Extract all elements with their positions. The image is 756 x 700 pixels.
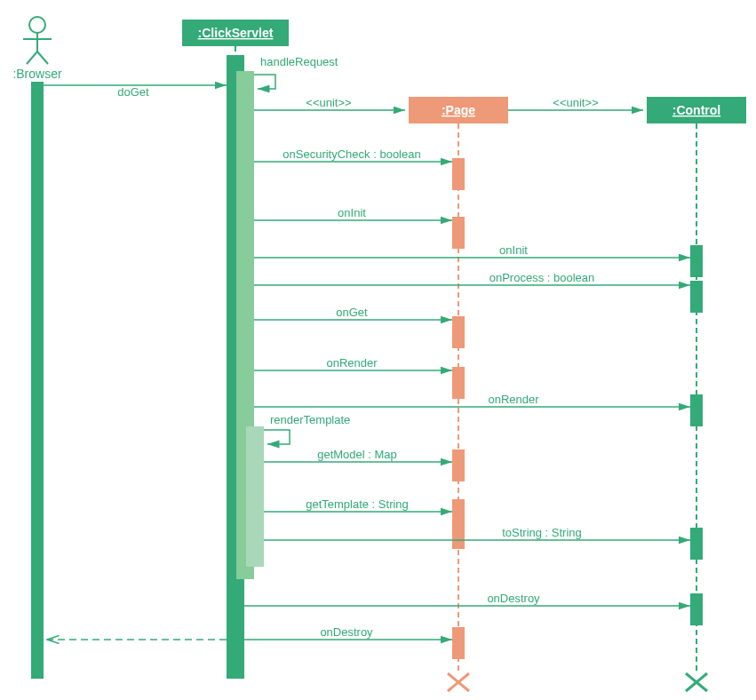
label-securitycheck: onSecurityCheck : boolean <box>283 147 420 161</box>
label-handlerequest: handleRequest <box>260 55 338 68</box>
svg-line-4 <box>37 52 48 64</box>
label-oninit-control: onInit <box>499 243 528 257</box>
page-activation-gettemplate <box>452 499 465 549</box>
page-activation-security <box>452 158 465 190</box>
control-activation-render <box>690 394 703 426</box>
page-activation-destroy <box>452 627 465 659</box>
page-activation-getmodel <box>452 449 465 481</box>
label-onrender-control: onRender <box>488 393 539 406</box>
arrow-rendertemplate <box>264 430 290 444</box>
page-label: :Page <box>442 103 475 117</box>
control-destruction-icon <box>686 673 707 691</box>
page-activation-get <box>452 316 465 348</box>
svg-line-3 <box>27 52 37 64</box>
page-header: :Page <box>409 97 508 123</box>
browser-activation <box>31 82 44 679</box>
label-onget: onGet <box>336 306 368 319</box>
sequence-diagram: :Browser :ClickServlet :Page :Control do… <box>0 0 756 700</box>
label-gettemplate: getTemplate : String <box>306 497 409 511</box>
control-activation-tostring <box>690 528 703 560</box>
page-destruction-icon <box>448 673 469 691</box>
label-oninit-page: onInit <box>338 206 366 219</box>
page-activation-render <box>452 367 465 399</box>
label-doget: doGet <box>117 85 149 99</box>
arrow-handlerequest <box>254 75 275 89</box>
browser-actor: :Browser <box>12 17 62 81</box>
clickservlet-label: :ClickServlet <box>198 26 274 40</box>
label-ondestroy-control: onDestroy <box>487 592 540 605</box>
label-ondestroy-page: onDestroy <box>320 625 373 639</box>
control-activation-process <box>690 281 703 313</box>
control-header: :Control <box>647 97 746 123</box>
label-unit1: <<unit>> <box>306 96 351 109</box>
control-activation-init <box>690 245 703 277</box>
label-unit2: <<unit>> <box>553 96 598 109</box>
label-getmodel: getModel : Map <box>317 448 397 461</box>
control-label: :Control <box>672 103 720 117</box>
label-onrender-page: onRender <box>326 356 378 370</box>
clickservlet-header: :ClickServlet <box>182 20 289 46</box>
browser-label: :Browser <box>12 67 62 81</box>
label-onprocess: onProcess : boolean <box>489 271 595 284</box>
control-activation-destroy <box>690 593 703 625</box>
label-tostring: toString : String <box>502 526 582 539</box>
svg-point-0 <box>29 17 45 33</box>
clickservlet-activation-nested2 <box>246 426 264 567</box>
page-activation-init <box>452 217 465 249</box>
label-rendertemplate: renderTemplate <box>270 413 350 426</box>
